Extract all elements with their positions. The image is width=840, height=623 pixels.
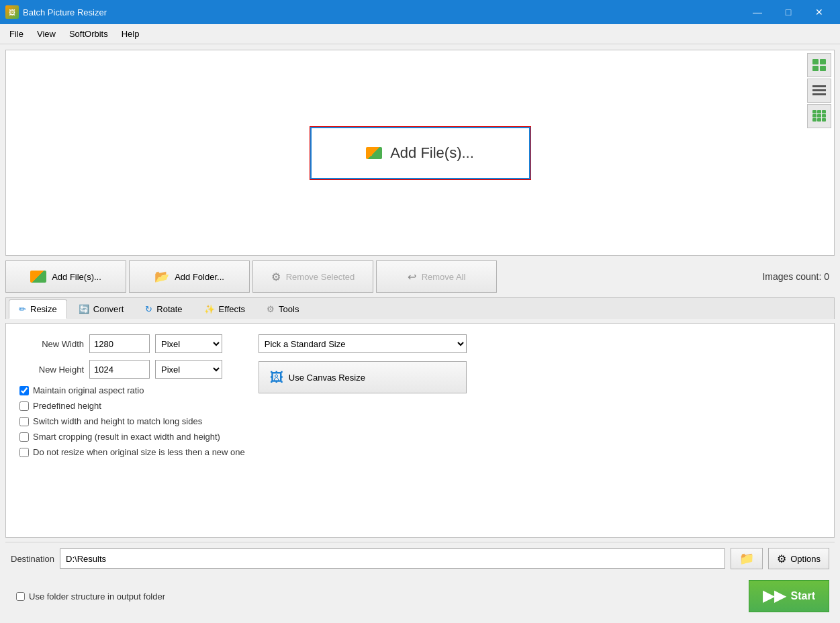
browse-destination-button[interactable]: 📁 xyxy=(731,548,763,569)
add-files-center-button[interactable]: Add File(s)... xyxy=(310,126,531,180)
bottom-actions: Use folder structure in output folder ▶▶… xyxy=(5,575,835,618)
svg-rect-10 xyxy=(812,114,816,117)
svg-rect-12 xyxy=(822,114,826,117)
canvas-resize-label: Use Canvas Resize xyxy=(289,373,365,383)
menu-bar: File View SoftOrbits Help xyxy=(0,24,840,44)
images-count: Images count: 0 xyxy=(762,271,835,282)
tab-tools-icon: ⚙ xyxy=(267,304,275,314)
window-controls: — □ ✕ xyxy=(742,0,835,24)
destination-bar: Destination 📁 ⚙ Options xyxy=(5,542,835,575)
grid-view-button[interactable] xyxy=(807,104,831,128)
destination-path-input[interactable] xyxy=(60,548,725,569)
use-folder-checkbox[interactable] xyxy=(16,592,25,601)
use-folder-label[interactable]: Use folder structure in output folder xyxy=(29,591,165,602)
new-width-row: New Width Pixel Percent Inch cm xyxy=(17,334,245,353)
svg-rect-13 xyxy=(812,118,816,122)
maintain-aspect-row: Maintain original aspect ratio xyxy=(17,385,245,395)
tabs-bar: ✏ Resize 🔄 Convert ↻ Rotate ✨ Effects ⚙ … xyxy=(5,297,835,319)
switch-sides-checkbox[interactable] xyxy=(19,417,29,426)
svg-rect-8 xyxy=(817,110,821,113)
smart-cropping-row: Smart cropping (result in exact width an… xyxy=(17,432,245,442)
title-bar: 🖼 Batch Picture Resizer — □ ✕ xyxy=(0,0,840,24)
smart-cropping-checkbox[interactable] xyxy=(19,432,29,442)
svg-rect-7 xyxy=(812,110,816,113)
tab-effects[interactable]: ✨ Effects xyxy=(194,299,256,319)
smart-cropping-label[interactable]: Smart cropping (result in exact width an… xyxy=(33,432,220,442)
tab-tools[interactable]: ⚙ Tools xyxy=(256,299,309,319)
maintain-aspect-checkbox[interactable] xyxy=(19,386,29,395)
tab-content-resize: New Width Pixel Percent Inch cm New Heig… xyxy=(5,323,835,538)
svg-rect-3 xyxy=(820,66,826,71)
tab-convert-icon: 🔄 xyxy=(79,304,89,314)
main-content: Add File(s)... xyxy=(0,44,840,623)
predefined-height-label[interactable]: Predefined height xyxy=(33,401,101,411)
tab-rotate-icon: ↻ xyxy=(145,304,152,314)
gear-icon: ⚙ xyxy=(777,553,786,565)
add-files-center-icon xyxy=(366,147,382,159)
thumbnail-view-button[interactable] xyxy=(807,53,831,77)
maximize-button[interactable]: □ xyxy=(773,0,804,24)
width-unit-select[interactable]: Pixel Percent Inch cm xyxy=(155,334,222,353)
remove-selected-button[interactable]: ⚙ Remove Selected xyxy=(252,260,373,293)
new-height-label: New Height xyxy=(17,365,84,375)
resize-form-left: New Width Pixel Percent Inch cm New Heig… xyxy=(17,334,245,463)
svg-rect-2 xyxy=(812,66,819,71)
menu-help[interactable]: Help xyxy=(115,26,146,42)
browse-icon: 📁 xyxy=(739,551,754,566)
height-input[interactable] xyxy=(89,360,150,379)
add-files-button[interactable]: Add File(s)... xyxy=(5,260,126,293)
height-unit-select[interactable]: Pixel Percent Inch cm xyxy=(155,360,222,379)
svg-rect-9 xyxy=(822,110,826,113)
destination-label: Destination xyxy=(11,554,54,564)
add-files-icon xyxy=(30,271,46,283)
switch-sides-row: Switch width and height to match long si… xyxy=(17,416,245,426)
do-not-resize-row: Do not resize when original size is less… xyxy=(17,447,245,457)
width-input[interactable] xyxy=(89,334,150,353)
remove-selected-icon: ⚙ xyxy=(271,271,281,283)
svg-rect-4 xyxy=(812,85,826,87)
maintain-aspect-label[interactable]: Maintain original aspect ratio xyxy=(33,385,144,395)
svg-rect-1 xyxy=(820,59,826,64)
svg-rect-14 xyxy=(817,118,821,122)
tab-effects-icon: ✨ xyxy=(204,304,215,314)
svg-rect-0 xyxy=(812,59,819,64)
bottom-panel: ✏ Resize 🔄 Convert ↻ Rotate ✨ Effects ⚙ … xyxy=(5,297,835,538)
remove-all-button[interactable]: ↩ Remove All xyxy=(376,260,497,293)
app-icon: 🖼 xyxy=(5,5,19,19)
menu-softorbits[interactable]: SoftOrbits xyxy=(62,26,115,42)
svg-rect-11 xyxy=(817,114,821,117)
standard-size-select[interactable]: Pick a Standard Size xyxy=(259,334,467,353)
svg-rect-5 xyxy=(812,89,826,91)
use-folder-row: Use folder structure in output folder xyxy=(11,589,171,604)
predefined-height-row: Predefined height xyxy=(17,401,245,411)
svg-rect-6 xyxy=(812,93,826,95)
close-button[interactable]: ✕ xyxy=(804,0,835,24)
list-view-button[interactable] xyxy=(807,79,831,103)
new-width-label: New Width xyxy=(17,339,84,349)
canvas-resize-button[interactable]: 🖼 Use Canvas Resize xyxy=(259,361,467,393)
tab-resize[interactable]: ✏ Resize xyxy=(9,299,67,319)
predefined-height-checkbox[interactable] xyxy=(19,401,29,411)
tab-convert[interactable]: 🔄 Convert xyxy=(68,299,134,319)
toolbar: Add File(s)... 📂 Add Folder... ⚙ Remove … xyxy=(5,260,835,293)
add-folder-button[interactable]: 📂 Add Folder... xyxy=(129,260,250,293)
view-controls xyxy=(804,50,834,131)
tab-rotate[interactable]: ↻ Rotate xyxy=(135,299,192,319)
start-button[interactable]: ▶▶ Start xyxy=(749,580,829,612)
image-area: Add File(s)... xyxy=(5,50,835,256)
minimize-button[interactable]: — xyxy=(742,0,773,24)
new-height-row: New Height Pixel Percent Inch cm xyxy=(17,360,245,379)
destination-section: Destination 📁 ⚙ Options Use folder struc… xyxy=(5,542,835,618)
options-button[interactable]: ⚙ Options xyxy=(768,548,829,569)
canvas-resize-icon: 🖼 xyxy=(270,370,283,385)
menu-file[interactable]: File xyxy=(3,26,30,42)
menu-view[interactable]: View xyxy=(30,26,62,42)
switch-sides-label[interactable]: Switch width and height to match long si… xyxy=(33,416,202,426)
app-title: Batch Picture Resizer xyxy=(23,7,107,17)
add-folder-icon: 📂 xyxy=(154,269,169,284)
tab-resize-icon: ✏ xyxy=(19,304,26,314)
remove-all-icon: ↩ xyxy=(408,271,416,283)
resize-form-right: Pick a Standard Size 🖼 Use Canvas Resize xyxy=(259,334,467,463)
do-not-resize-label[interactable]: Do not resize when original size is less… xyxy=(33,447,245,457)
do-not-resize-checkbox[interactable] xyxy=(19,448,29,457)
